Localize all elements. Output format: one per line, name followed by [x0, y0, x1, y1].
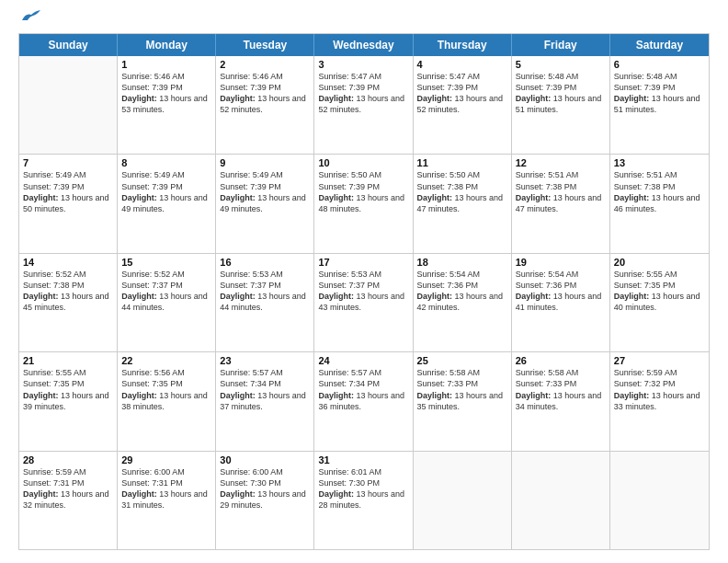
cell-info: Sunrise: 5:52 AMSunset: 7:38 PMDaylight:…	[23, 269, 113, 314]
calendar-cell: 31Sunrise: 6:01 AMSunset: 7:30 PMDayligh…	[314, 452, 413, 549]
day-number: 12	[516, 157, 606, 168]
daylight-label: Daylight:	[220, 489, 256, 499]
daylight-label: Daylight:	[220, 391, 256, 400]
daylight-label: Daylight:	[516, 292, 552, 301]
day-number: 6	[614, 59, 705, 70]
day-number: 8	[121, 157, 211, 168]
daylight-label: Daylight:	[220, 94, 256, 103]
calendar-body: 1Sunrise: 5:46 AMSunset: 7:39 PMDaylight…	[19, 56, 709, 549]
calendar-cell: 28Sunrise: 5:59 AMSunset: 7:31 PMDayligh…	[19, 452, 118, 549]
cell-info: Sunrise: 5:56 AMSunset: 7:35 PMDaylight:…	[121, 367, 211, 412]
calendar-cell: 20Sunrise: 5:55 AMSunset: 7:35 PMDayligh…	[610, 254, 709, 351]
daylight-label: Daylight:	[220, 193, 256, 202]
day-number: 19	[516, 257, 606, 268]
day-number: 25	[417, 355, 507, 366]
day-number: 22	[121, 355, 211, 366]
day-number: 21	[23, 355, 113, 366]
cell-info: Sunrise: 5:50 AMSunset: 7:39 PMDaylight:…	[318, 169, 408, 214]
day-number: 1	[121, 59, 211, 70]
cell-info: Sunrise: 5:55 AMSunset: 7:35 PMDaylight:…	[23, 367, 113, 412]
calendar-cell	[512, 452, 610, 549]
day-number: 31	[318, 454, 408, 465]
calendar-cell	[610, 452, 709, 549]
calendar-cell: 25Sunrise: 5:58 AMSunset: 7:33 PMDayligh…	[414, 352, 512, 450]
daylight-label: Daylight:	[516, 94, 552, 103]
daylight-label: Daylight:	[614, 94, 650, 103]
calendar-cell: 17Sunrise: 5:53 AMSunset: 7:37 PMDayligh…	[314, 254, 413, 351]
calendar-cell: 3Sunrise: 5:47 AMSunset: 7:39 PMDaylight…	[314, 56, 413, 154]
cell-info: Sunrise: 5:47 AMSunset: 7:39 PMDaylight:…	[318, 71, 408, 116]
day-number: 3	[318, 59, 408, 70]
calendar-cell: 6Sunrise: 5:48 AMSunset: 7:39 PMDaylight…	[610, 56, 709, 154]
calendar-cell: 2Sunrise: 5:46 AMSunset: 7:39 PMDaylight…	[216, 56, 314, 154]
cell-info: Sunrise: 6:00 AMSunset: 7:31 PMDaylight:…	[121, 466, 211, 511]
cell-info: Sunrise: 5:49 AMSunset: 7:39 PMDaylight:…	[121, 169, 211, 214]
daylight-label: Daylight:	[121, 292, 157, 301]
daylight-label: Daylight:	[318, 193, 354, 202]
day-number: 28	[23, 454, 113, 465]
calendar-cell: 16Sunrise: 5:53 AMSunset: 7:37 PMDayligh…	[216, 254, 314, 351]
daylight-label: Daylight:	[516, 391, 552, 400]
daylight-label: Daylight:	[220, 292, 256, 301]
day-number: 20	[614, 257, 705, 268]
day-number: 13	[614, 157, 705, 168]
cell-info: Sunrise: 5:47 AMSunset: 7:39 PMDaylight:…	[417, 71, 507, 116]
daylight-label: Daylight:	[318, 94, 354, 103]
daylight-label: Daylight:	[614, 292, 650, 301]
day-number: 27	[614, 355, 705, 366]
day-number: 26	[516, 355, 606, 366]
cell-info: Sunrise: 5:58 AMSunset: 7:33 PMDaylight:…	[417, 367, 507, 412]
daylight-label: Daylight:	[23, 193, 59, 202]
calendar-cell: 27Sunrise: 5:59 AMSunset: 7:32 PMDayligh…	[610, 352, 709, 450]
cell-info: Sunrise: 5:52 AMSunset: 7:37 PMDaylight:…	[121, 269, 211, 314]
cell-info: Sunrise: 5:49 AMSunset: 7:39 PMDaylight:…	[23, 169, 113, 214]
cell-info: Sunrise: 5:58 AMSunset: 7:33 PMDaylight:…	[516, 367, 606, 412]
cell-info: Sunrise: 5:55 AMSunset: 7:35 PMDaylight:…	[614, 269, 705, 314]
cell-info: Sunrise: 5:59 AMSunset: 7:32 PMDaylight:…	[614, 367, 705, 412]
daylight-label: Daylight:	[121, 94, 157, 103]
day-number: 14	[23, 257, 113, 268]
daylight-label: Daylight:	[417, 391, 453, 400]
calendar-cell: 12Sunrise: 5:51 AMSunset: 7:38 PMDayligh…	[512, 155, 610, 252]
cell-info: Sunrise: 5:48 AMSunset: 7:39 PMDaylight:…	[614, 71, 705, 116]
weekday-header: Monday	[118, 34, 216, 56]
cell-info: Sunrise: 5:57 AMSunset: 7:34 PMDaylight:…	[318, 367, 408, 412]
calendar-cell: 13Sunrise: 5:51 AMSunset: 7:38 PMDayligh…	[610, 155, 709, 252]
day-number: 18	[417, 257, 507, 268]
daylight-label: Daylight:	[614, 391, 650, 400]
calendar-cell: 4Sunrise: 5:47 AMSunset: 7:39 PMDaylight…	[414, 56, 512, 154]
daylight-label: Daylight:	[318, 489, 354, 499]
cell-info: Sunrise: 5:53 AMSunset: 7:37 PMDaylight:…	[318, 269, 408, 314]
day-number: 29	[121, 454, 211, 465]
calendar-cell: 15Sunrise: 5:52 AMSunset: 7:37 PMDayligh…	[118, 254, 216, 351]
day-number: 11	[417, 157, 507, 168]
weekday-header: Saturday	[610, 34, 709, 56]
calendar-cell: 21Sunrise: 5:55 AMSunset: 7:35 PMDayligh…	[19, 352, 118, 450]
calendar-cell: 7Sunrise: 5:49 AMSunset: 7:39 PMDaylight…	[19, 155, 118, 252]
calendar-cell	[414, 452, 512, 549]
cell-info: Sunrise: 5:51 AMSunset: 7:38 PMDaylight:…	[614, 169, 705, 214]
cell-info: Sunrise: 5:57 AMSunset: 7:34 PMDaylight:…	[220, 367, 310, 412]
cell-info: Sunrise: 5:59 AMSunset: 7:31 PMDaylight:…	[23, 466, 113, 511]
weekday-header: Thursday	[414, 34, 512, 56]
calendar-cell: 26Sunrise: 5:58 AMSunset: 7:33 PMDayligh…	[512, 352, 610, 450]
header	[18, 17, 710, 24]
cell-info: Sunrise: 5:53 AMSunset: 7:37 PMDaylight:…	[220, 269, 310, 314]
calendar-header: SundayMondayTuesdayWednesdayThursdayFrid…	[19, 34, 709, 56]
calendar-row: 7Sunrise: 5:49 AMSunset: 7:39 PMDaylight…	[19, 154, 709, 252]
daylight-label: Daylight:	[23, 391, 59, 400]
calendar-row: 1Sunrise: 5:46 AMSunset: 7:39 PMDaylight…	[19, 56, 709, 154]
calendar-cell: 14Sunrise: 5:52 AMSunset: 7:38 PMDayligh…	[19, 254, 118, 351]
cell-info: Sunrise: 5:46 AMSunset: 7:39 PMDaylight:…	[220, 71, 310, 116]
day-number: 17	[318, 257, 408, 268]
cell-info: Sunrise: 5:50 AMSunset: 7:38 PMDaylight:…	[417, 169, 507, 214]
daylight-label: Daylight:	[614, 193, 650, 202]
weekday-header: Tuesday	[216, 34, 314, 56]
weekday-header: Sunday	[19, 34, 118, 56]
cell-info: Sunrise: 5:48 AMSunset: 7:39 PMDaylight:…	[516, 71, 606, 116]
daylight-label: Daylight:	[318, 292, 354, 301]
daylight-label: Daylight:	[121, 489, 157, 499]
calendar-cell: 24Sunrise: 5:57 AMSunset: 7:34 PMDayligh…	[314, 352, 413, 450]
daylight-label: Daylight:	[516, 193, 552, 202]
daylight-label: Daylight:	[318, 391, 354, 400]
